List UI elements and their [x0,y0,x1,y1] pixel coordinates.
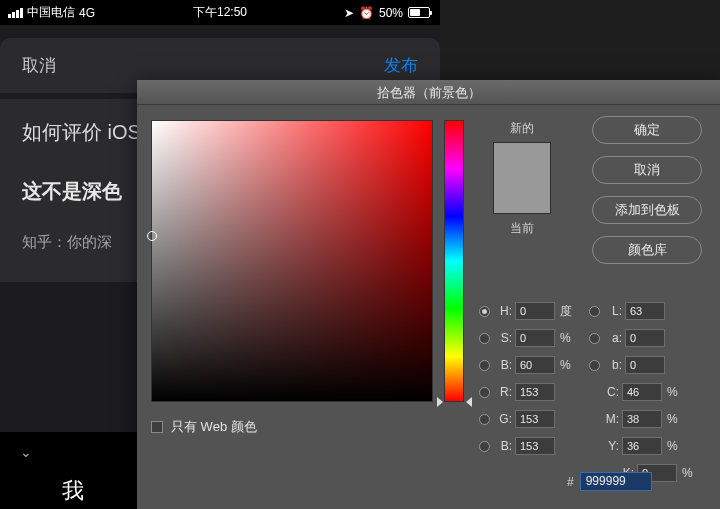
input-m[interactable]: 38 [622,410,662,428]
label-y: Y: [589,439,619,453]
radio-h[interactable] [479,306,490,317]
input-s[interactable]: 0 [515,329,555,347]
input-c[interactable]: 46 [622,383,662,401]
label-h: H: [494,304,512,318]
hex-hash-label: # [567,475,574,489]
location-icon: ➤ [344,6,354,20]
unit-h: 度 [560,303,574,320]
color-swatch[interactable] [493,142,551,214]
swatch-area: 新的 当前 [484,120,559,237]
cancel-button[interactable]: 取消 [22,54,56,77]
unit-b: % [560,358,574,372]
publish-button[interactable]: 发布 [384,54,418,77]
label-b-hsb: B: [494,358,512,372]
color-library-button[interactable]: 颜色库 [592,236,702,264]
add-swatch-button[interactable]: 添加到色板 [592,196,702,224]
label-b-lab: b: [604,358,622,372]
hue-arrow-left-icon [437,397,443,407]
cancel-button[interactable]: 取消 [592,156,702,184]
alarm-icon: ⏰ [359,6,374,20]
chevron-down-icon[interactable]: ⌄ [20,444,32,460]
unit-s: % [560,331,574,345]
radio-s[interactable] [479,333,490,344]
label-r: R: [494,385,512,399]
input-h[interactable]: 0 [515,302,555,320]
color-picker-dialog: 拾色器（前景色） 只有 Web 颜色 新的 当前 确定 取消 添加到色板 颜色库… [137,80,720,509]
label-b-rgb: B: [494,439,512,453]
radio-r[interactable] [479,387,490,398]
unit-k: % [682,466,696,480]
radio-b-lab[interactable] [589,360,600,371]
battery-icon [408,7,430,18]
label-l: L: [604,304,622,318]
unit-y: % [667,439,681,453]
web-only-label: 只有 Web 颜色 [171,418,257,436]
hex-row: # 999999 [567,472,652,491]
input-b-hsb[interactable]: 60 [515,356,555,374]
radio-b[interactable] [479,360,490,371]
input-b-rgb[interactable]: 153 [515,437,555,455]
sv-cursor-icon[interactable] [147,231,157,241]
radio-b-rgb[interactable] [479,441,490,452]
radio-a[interactable] [589,333,600,344]
label-s: S: [494,331,512,345]
dialog-title: 拾色器（前景色） [137,80,720,105]
label-a: a: [604,331,622,345]
ok-button[interactable]: 确定 [592,116,702,144]
web-only-checkbox[interactable] [151,421,163,433]
input-g[interactable]: 153 [515,410,555,428]
label-g: G: [494,412,512,426]
candidate-key[interactable]: 我 [0,472,147,509]
saturation-value-field[interactable] [151,120,433,402]
unit-c: % [667,385,681,399]
radio-l[interactable] [589,306,600,317]
label-m: M: [589,412,619,426]
statusbar: 中国电信 4G 下午12:50 ➤ ⏰ 50% [0,0,440,25]
button-column: 确定 取消 添加到色板 颜色库 [592,116,702,264]
input-y[interactable]: 36 [622,437,662,455]
hue-arrow-right-icon [466,397,472,407]
input-b-lab[interactable]: 0 [625,356,665,374]
input-a[interactable]: 0 [625,329,665,347]
swatch-new-label: 新的 [484,120,559,137]
swatch-current-label: 当前 [484,220,559,237]
web-only-row: 只有 Web 颜色 [151,418,257,436]
label-c: C: [589,385,619,399]
input-l[interactable]: 63 [625,302,665,320]
radio-g[interactable] [479,414,490,425]
value-fields: H: 0度 L: 63 S: 0% a: 0 B: 60% b: 0 R: 15… [479,302,704,491]
hue-slider[interactable] [444,120,464,402]
unit-m: % [667,412,681,426]
hex-input[interactable]: 999999 [580,472,652,491]
input-r[interactable]: 153 [515,383,555,401]
battery-pct: 50% [379,6,403,20]
